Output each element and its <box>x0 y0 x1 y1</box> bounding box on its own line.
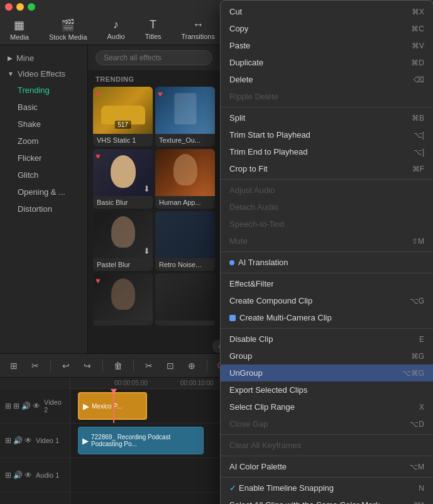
effect-card-vhs[interactable]: ♥ 517 VHS Static 1 <box>93 87 153 146</box>
menu-select-color-mark[interactable]: Select All Clips with the Same Color Mar… <box>221 496 433 504</box>
group-label: Group <box>229 351 252 361</box>
sidebar-item-basic[interactable]: Basic <box>0 99 87 116</box>
video-effects-arrow-icon: ▼ <box>8 70 14 77</box>
delete-icon: 🗑 <box>114 361 123 371</box>
video1-mute-icon[interactable]: 🔊 <box>13 436 23 445</box>
toolbar-audio[interactable]: ♪ Audio <box>104 16 129 43</box>
timeline-btn-audio[interactable]: ⊕ <box>183 357 200 375</box>
menu-ai-translation[interactable]: AI Translation <box>221 254 433 271</box>
timeline-btn-grid[interactable]: ⊞ <box>5 357 23 375</box>
audio1-eye-icon[interactable]: 👁 <box>25 471 32 479</box>
menu-select-range[interactable]: Select Clip Range X <box>221 398 433 415</box>
menu-ai-color[interactable]: AI Color Palette ⌥M <box>221 458 433 475</box>
divider-6 <box>221 434 433 435</box>
crop-icon: ⊡ <box>167 361 174 371</box>
divider-5 <box>221 328 433 329</box>
sidebar-basic-label: Basic <box>18 102 38 112</box>
menu-compound-clip[interactable]: Create Compound Clip ⌥G <box>221 292 433 309</box>
audio1-icon1[interactable]: ⊞ <box>5 471 11 479</box>
effect-card-last1[interactable]: ♥ <box>93 273 153 326</box>
effect-card-texture[interactable]: ♥ Texture_Ou... <box>155 87 215 146</box>
menu-export-selected[interactable]: Export Selected Clips <box>221 381 433 398</box>
timeline-btn-undo[interactable]: ↩ <box>57 357 75 375</box>
video2-eye-icon[interactable]: 👁 <box>33 402 40 410</box>
mute-shortcut: ⇧M <box>412 237 424 246</box>
menu-ungroup[interactable]: UnGroup ⌥⌘G <box>221 364 433 381</box>
effect-card-human[interactable]: Human App... <box>155 149 215 209</box>
menu-paste[interactable]: Paste ⌘V <box>221 37 433 54</box>
toolbar-titles[interactable]: T Titles <box>141 16 165 43</box>
ungroup-label: UnGroup <box>229 368 263 378</box>
track-icons-video2: ⊞ ⊞ 🔊 👁 <box>5 402 40 410</box>
toolbar-transitions-label: Transitions <box>182 33 215 40</box>
effect-card-last2[interactable] <box>155 273 215 326</box>
audio1-mute-icon[interactable]: 🔊 <box>13 471 23 479</box>
menu-trim-end[interactable]: Trim End to Playhead ⌥] <box>221 143 433 160</box>
menu-copy[interactable]: Copy ⌘C <box>221 20 433 37</box>
maximize-button[interactable] <box>28 3 35 11</box>
sidebar-item-glitch[interactable]: Glitch <box>0 167 87 184</box>
detach-audio-label: Detach Audio <box>229 202 278 212</box>
ripple-delete-label: Ripple Delete <box>229 92 278 101</box>
clip-video1[interactable]: ▶ 722869_ Recording Podcast Podcasting P… <box>78 427 204 454</box>
timeline-btn-crop[interactable]: ⊡ <box>162 357 179 375</box>
clip-video2[interactable]: ▶ Mexico P... <box>78 392 147 420</box>
toolbar-separator-4 <box>207 359 207 372</box>
ai-badge-icon <box>229 260 234 265</box>
minimize-button[interactable] <box>16 3 24 11</box>
track-label-video1: ⊞ 🔊 👁 Video 1 <box>0 424 70 458</box>
timeline-btn-delete[interactable]: 🗑 <box>109 357 127 375</box>
effect-card-retro[interactable]: Retro Noise... <box>155 211 215 271</box>
human-label: Human App... <box>155 196 215 209</box>
close-button[interactable] <box>5 3 13 11</box>
menu-cut[interactable]: Cut ⌘X <box>221 3 433 20</box>
video2-icon2[interactable]: ⊞ <box>13 402 19 410</box>
close-gap-shortcut: ⌥D <box>410 420 424 429</box>
timeline-btn-magnet[interactable]: ✂ <box>26 357 44 375</box>
timeline-snapping-label: Enable Timeline Snapping <box>239 483 334 493</box>
sidebar-item-flicker[interactable]: Flicker <box>0 150 87 167</box>
menu-split[interactable]: Split ⌘B <box>221 109 433 126</box>
sidebar-video-effects[interactable]: ▼ Video Effects <box>0 66 87 82</box>
menu-crop[interactable]: Crop to Fit ⌘F <box>221 160 433 177</box>
effect-card-pastel[interactable]: ⬇ Pastel Blur <box>93 211 153 271</box>
toolbar-media[interactable]: ▦ Media <box>6 16 33 43</box>
video1-icon1[interactable]: ⊞ <box>5 436 11 445</box>
sidebar-item-opening[interactable]: Opening & ... <box>0 184 87 200</box>
track-icons-audio1: ⊞ 🔊 👁 <box>5 471 32 479</box>
toolbar-stock-media[interactable]: 🎬 Stock Media <box>45 16 91 43</box>
menu-disable-clip[interactable]: Disable Clip E <box>221 331 433 348</box>
sidebar-item-trending[interactable]: Trending <box>0 82 87 99</box>
toolbar-separator-2 <box>102 359 103 372</box>
sidebar-mine[interactable]: ▶ Mine <box>0 50 87 66</box>
copy-shortcut: ⌘C <box>411 25 424 33</box>
last1-fav-icon: ♥ <box>96 276 101 285</box>
menu-group[interactable]: Group ⌘G <box>221 348 433 364</box>
timeline-btn-cut[interactable]: ✂ <box>140 357 158 375</box>
menu-effect-filter[interactable]: Effect&Filter <box>221 275 433 292</box>
timeline-btn-redo[interactable]: ↪ <box>79 357 96 375</box>
search-input[interactable] <box>96 50 212 65</box>
video2-icon1[interactable]: ⊞ <box>5 402 11 410</box>
menu-timeline-snapping[interactable]: ✓ Enable Timeline Snapping N <box>221 479 433 496</box>
timeline-snapping-shortcut: N <box>419 484 424 493</box>
video2-mute-icon[interactable]: 🔊 <box>21 402 31 410</box>
video1-eye-icon[interactable]: 👁 <box>25 436 32 445</box>
menu-multi-camera[interactable]: Create Multi-Camera Clip <box>221 309 433 326</box>
track-label-video2: ⊞ ⊞ 🔊 👁 Video 2 <box>0 389 70 424</box>
menu-duplicate[interactable]: Duplicate ⌘D <box>221 54 433 71</box>
sidebar-item-shake[interactable]: Shake <box>0 116 87 133</box>
effect-card-basic-blur[interactable]: ♥ ⬇ Basic Blur <box>93 149 153 209</box>
divider-8 <box>221 477 433 478</box>
menu-trim-start[interactable]: Trim Start to Playhead ⌥[ <box>221 126 433 143</box>
sidebar-trending-label: Trending <box>18 85 50 95</box>
group-shortcut: ⌘G <box>411 352 424 361</box>
menu-delete[interactable]: Delete ⌫ <box>221 71 433 88</box>
compound-clip-shortcut: ⌥G <box>410 297 424 305</box>
trim-end-shortcut: ⌥] <box>414 148 424 156</box>
sidebar-item-distortion[interactable]: Distortion <box>0 200 87 217</box>
toolbar-transitions[interactable]: ↔ Transitions <box>178 16 219 43</box>
sidebar-item-zoom[interactable]: Zoom <box>0 133 87 150</box>
menu-mute: Mute ⇧M <box>221 233 433 249</box>
trim-start-label: Trim Start to Playhead <box>229 130 310 140</box>
